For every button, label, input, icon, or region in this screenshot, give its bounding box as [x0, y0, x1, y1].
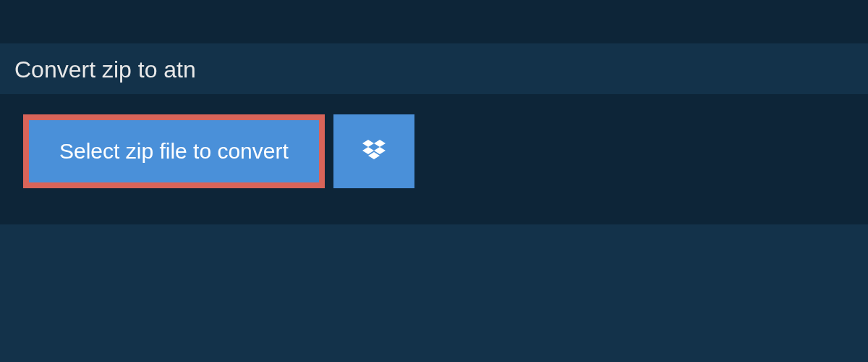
- dropbox-button[interactable]: [333, 114, 414, 188]
- header-bar: [0, 0, 868, 43]
- title-tab: Convert zip to atn: [0, 43, 222, 96]
- dropbox-icon: [359, 137, 388, 166]
- select-file-label: Select zip file to convert: [59, 139, 289, 164]
- bottom-section: [0, 224, 868, 362]
- select-file-button[interactable]: Select zip file to convert: [23, 114, 325, 188]
- button-row: Select zip file to convert: [23, 114, 845, 188]
- page-title: Convert zip to atn: [14, 56, 196, 83]
- main-panel: Select zip file to convert: [0, 94, 868, 224]
